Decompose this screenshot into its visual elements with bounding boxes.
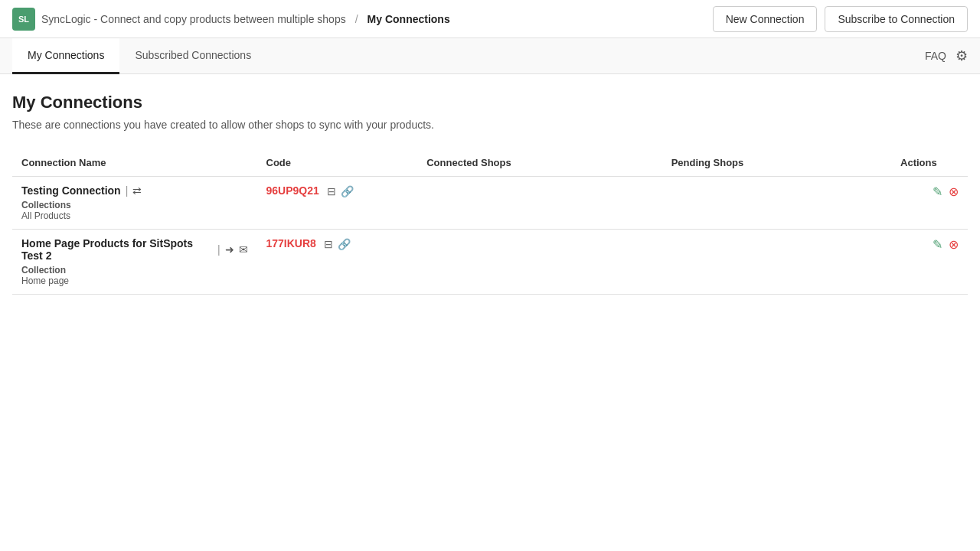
link-icon[interactable]: 🔗: [341, 185, 354, 197]
tab-subscribed-connections[interactable]: Subscribed Connections: [119, 38, 266, 74]
name-row: Home Page Products for SitSpots Test 2 |…: [21, 237, 248, 262]
connection-type: Collections: [21, 200, 248, 210]
faq-link[interactable]: FAQ: [925, 50, 946, 62]
delete-connection-icon[interactable]: ⊗: [949, 184, 959, 199]
app-logo: SL: [12, 8, 35, 31]
tab-my-connections[interactable]: My Connections: [12, 38, 119, 74]
connected-shops-cell: [417, 230, 662, 295]
app-title: SyncLogic - Connect and copy products be…: [41, 13, 346, 25]
header-actions: New Connection Subscribe to Connection: [713, 6, 968, 32]
code-cell: 96UP9Q21 ⊟ 🔗: [257, 177, 418, 230]
edit-connection-icon[interactable]: ✎: [933, 184, 942, 199]
pending-shops-cell: [662, 230, 891, 295]
copy-code-icon[interactable]: ⊟: [327, 185, 336, 197]
col-header-actions: Actions: [891, 149, 968, 177]
connection-name-cell: Testing Connection | ⇄ Collections All P…: [12, 177, 257, 230]
actions-row: ✎ ⊗: [900, 237, 959, 252]
app-header: SL SyncLogic - Connect and copy products…: [0, 0, 980, 38]
col-header-connected: Connected Shops: [417, 149, 662, 177]
pipe-separator: |: [126, 184, 129, 197]
actions-cell: ✎ ⊗: [891, 177, 968, 230]
tabs-right: FAQ ⚙: [925, 47, 968, 64]
main-content: My Connections These are connections you…: [0, 74, 980, 313]
copy-code-icon[interactable]: ⊟: [324, 238, 333, 250]
table-header-row: Connection Name Code Connected Shops Pen…: [12, 149, 968, 177]
tabs-left: My Connections Subscribed Connections: [12, 38, 266, 73]
pipe-separator: |: [217, 243, 220, 256]
gear-icon[interactable]: ⚙: [956, 47, 968, 64]
link-icon[interactable]: 🔗: [338, 238, 351, 250]
sync-icon: ⇄: [132, 184, 142, 197]
table-row: Testing Connection | ⇄ Collections All P…: [12, 177, 968, 230]
subscribe-connection-button[interactable]: Subscribe to Connection: [825, 6, 968, 32]
page-description: These are connections you have created t…: [12, 119, 968, 131]
col-header-code: Code: [257, 149, 418, 177]
connection-subtype: All Products: [21, 210, 248, 221]
connections-table: Connection Name Code Connected Shops Pen…: [12, 149, 968, 295]
code-icons: ⊟ 🔗: [327, 185, 354, 197]
code-cell: 177IKUR8 ⊟ 🔗: [257, 230, 418, 295]
code-badge: 96UP9Q21: [266, 184, 319, 197]
header-left: SL SyncLogic - Connect and copy products…: [12, 8, 450, 31]
arrow-icon: ➜: [225, 243, 234, 256]
page-title: My Connections: [12, 93, 968, 112]
connection-name: Home Page Products for SitSpots Test 2: [21, 237, 213, 262]
actions-row: ✎ ⊗: [900, 184, 959, 199]
delete-connection-icon[interactable]: ⊗: [949, 237, 959, 252]
connected-shops-cell: [417, 177, 662, 230]
connection-subtype: Home page: [21, 276, 248, 286]
connection-type: Collection: [21, 265, 248, 276]
col-header-name: Connection Name: [12, 149, 257, 177]
pending-shops-cell: [662, 177, 891, 230]
tabs-bar: My Connections Subscribed Connections FA…: [0, 38, 980, 74]
actions-cell: ✎ ⊗: [891, 230, 968, 295]
code-badge: 177IKUR8: [266, 237, 316, 249]
table-row: Home Page Products for SitSpots Test 2 |…: [12, 230, 968, 295]
connection-name: Testing Connection: [21, 184, 121, 197]
new-connection-button[interactable]: New Connection: [713, 6, 818, 32]
col-header-pending: Pending Shops: [662, 149, 891, 177]
email-icon: ✉: [239, 243, 248, 256]
breadcrumb-current: My Connections: [368, 13, 450, 25]
name-row: Testing Connection | ⇄: [21, 184, 248, 197]
breadcrumb-separator: /: [355, 13, 358, 25]
connection-name-cell: Home Page Products for SitSpots Test 2 |…: [12, 230, 257, 295]
code-icons: ⊟ 🔗: [324, 238, 351, 250]
edit-connection-icon[interactable]: ✎: [933, 237, 942, 252]
